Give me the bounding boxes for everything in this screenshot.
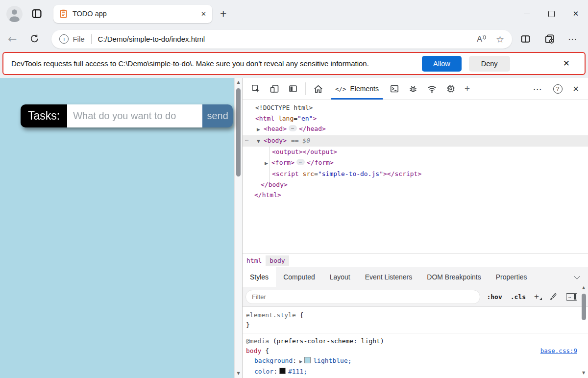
browser-menu-icon[interactable]: ⋯: [568, 33, 578, 45]
browser-tab[interactable]: TODO app ✕: [53, 5, 212, 23]
profile-avatar[interactable]: [6, 6, 23, 22]
devtools-menu-icon[interactable]: ⋯: [529, 83, 548, 95]
css-property-background[interactable]: background:▶lightblue;: [246, 356, 577, 367]
stylesheet-source-link[interactable]: base.css:9: [540, 346, 577, 356]
window-close-button[interactable]: ✕: [564, 0, 588, 27]
scrollbar-thumb[interactable]: [582, 294, 586, 320]
address-divider: [91, 34, 92, 44]
home-icon[interactable]: [309, 84, 328, 94]
task-input[interactable]: [67, 104, 202, 127]
new-style-rule-button[interactable]: +: [532, 292, 542, 302]
styles-scrollbar[interactable]: ▲ ▼: [580, 285, 587, 376]
new-tab-button[interactable]: +: [220, 7, 226, 21]
dom-line-doctype[interactable]: <!DOCTYPE html>: [243, 102, 588, 113]
window-close-icon: ✕: [573, 9, 579, 18]
scroll-down-icon[interactable]: ▼: [237, 371, 240, 376]
collapse-arrow-icon[interactable]: ▼: [257, 136, 264, 147]
color-swatch-lightblue[interactable]: [304, 357, 311, 363]
dom-line-output[interactable]: <output></output>: [243, 147, 588, 157]
elements-tree: <!DOCTYPE html> <html lang="en"> ▶<head>…: [243, 100, 588, 253]
dom-line-script[interactable]: <script src="simple-to-do.js"></script>: [243, 169, 588, 179]
more-tabs-plus-icon[interactable]: +: [460, 83, 474, 94]
computed-sidebar-toggle-icon[interactable]: →: [566, 293, 577, 301]
toggle-hover-state[interactable]: :hov: [485, 293, 504, 301]
minimize-button[interactable]: [514, 0, 539, 27]
tab-dom-breakpoints[interactable]: DOM Breakpoints: [419, 267, 488, 287]
send-button[interactable]: send: [202, 104, 233, 127]
debugger-bug-icon[interactable]: [404, 84, 422, 94]
paintbrush-icon[interactable]: [547, 292, 560, 301]
console-icon[interactable]: [385, 84, 404, 94]
dom-breadcrumb: html body: [243, 253, 588, 267]
device-emulation-icon[interactable]: [265, 84, 284, 94]
expand-arrow-icon[interactable]: ▶: [257, 125, 264, 135]
person-icon: [6, 6, 23, 22]
dom-line-head[interactable]: ▶<head>⋯</head>: [243, 124, 588, 135]
scroll-down-icon[interactable]: ▼: [582, 371, 585, 376]
active-tab-underline: [331, 98, 383, 100]
chevron-down-icon[interactable]: [574, 273, 580, 279]
dom-line-body-close[interactable]: </body>: [243, 179, 588, 190]
tab-properties[interactable]: Properties: [489, 267, 535, 287]
back-button[interactable]: ←: [8, 33, 17, 45]
tab-computed[interactable]: Computed: [276, 267, 322, 287]
color-swatch-dark[interactable]: [279, 368, 286, 374]
info-icon[interactable]: i: [59, 34, 69, 44]
deny-button[interactable]: Deny: [469, 56, 510, 72]
inspect-icon[interactable]: [246, 84, 265, 94]
devtools-access-notification: DevTools requests full access to C:\Demo…: [2, 52, 586, 75]
tab-actions-icon[interactable]: [31, 8, 43, 20]
tab-layout[interactable]: Layout: [322, 267, 358, 287]
window-controls: ✕: [514, 0, 588, 27]
collapsed-ellipsis-icon[interactable]: ⋯: [289, 125, 297, 131]
performance-cpu-icon[interactable]: [441, 84, 460, 94]
media-query-line: @media (prefers-color-scheme: light): [246, 336, 577, 346]
tab-styles[interactable]: Styles: [243, 267, 276, 287]
node-menu-ellipsis-icon[interactable]: ⋯: [245, 135, 248, 146]
dom-line-form[interactable]: ▶<form>⋯</form>: [243, 157, 588, 169]
network-wifi-icon[interactable]: [422, 84, 441, 94]
scheme-label: File: [73, 35, 84, 43]
scrollbar-thumb[interactable]: [236, 88, 241, 176]
favorite-star-icon[interactable]: ☆: [496, 34, 504, 45]
breadcrumb-body[interactable]: body: [266, 255, 289, 266]
page-scrollbar[interactable]: ▲ ▼: [234, 78, 242, 378]
expand-arrow-icon[interactable]: ▶: [299, 359, 302, 364]
devtools-panel: </> Elements + ⋯: [242, 78, 588, 378]
collapsed-ellipsis-icon[interactable]: ⋯: [296, 159, 305, 165]
scroll-up-icon[interactable]: ▲: [237, 80, 240, 85]
tab-close-icon[interactable]: ✕: [201, 10, 206, 18]
browser-window: TODO app ✕ + ✕ ← i File C:/Demo/simple-t…: [0, 0, 588, 378]
refresh-button[interactable]: [29, 34, 40, 44]
maximize-button[interactable]: [539, 0, 564, 27]
notification-close-icon[interactable]: ✕: [563, 58, 570, 69]
element-style-rule[interactable]: element.style {: [246, 310, 577, 320]
tasks-label: Tasks:: [21, 104, 67, 127]
minimize-icon: [524, 14, 530, 14]
address-toolbar: ← i File C:/Demo/simple-to-do/index.html…: [0, 27, 588, 50]
code-icon: </>: [335, 85, 346, 93]
scroll-up-icon[interactable]: ▲: [582, 285, 585, 290]
todo-widget: Tasks: send: [21, 104, 233, 127]
webpage-viewport: Tasks: send: [0, 78, 234, 378]
address-bar[interactable]: i File C:/Demo/simple-to-do/index.html A…: [51, 30, 512, 49]
collections-icon[interactable]: [544, 33, 555, 45]
toggle-element-class[interactable]: .cls: [509, 293, 528, 301]
styles-filter-input[interactable]: [245, 290, 480, 304]
dom-line-html-open[interactable]: <html lang="en">: [243, 113, 588, 124]
expand-arrow-icon[interactable]: ▶: [265, 158, 271, 169]
split-screen-icon[interactable]: [520, 33, 531, 45]
breadcrumb-html[interactable]: html: [243, 255, 266, 266]
dock-side-icon[interactable]: [284, 84, 302, 94]
body-rule-line: body { base.css:9: [246, 346, 577, 356]
help-icon[interactable]: ?: [549, 84, 567, 94]
tab-event-listeners[interactable]: Event Listeners: [358, 267, 420, 287]
read-aloud-icon[interactable]: A: [477, 35, 486, 44]
css-property-color[interactable]: color:#111;: [246, 367, 577, 377]
url-text[interactable]: C:/Demo/simple-to-do/index.html: [98, 35, 205, 43]
devtools-close-icon[interactable]: ✕: [568, 84, 584, 94]
dom-line-html-close[interactable]: </html>: [243, 190, 588, 201]
tab-elements[interactable]: </> Elements: [329, 78, 385, 100]
dom-line-body-selected[interactable]: ⋯▼<body>== $0: [243, 135, 588, 147]
allow-button[interactable]: Allow: [422, 56, 462, 72]
